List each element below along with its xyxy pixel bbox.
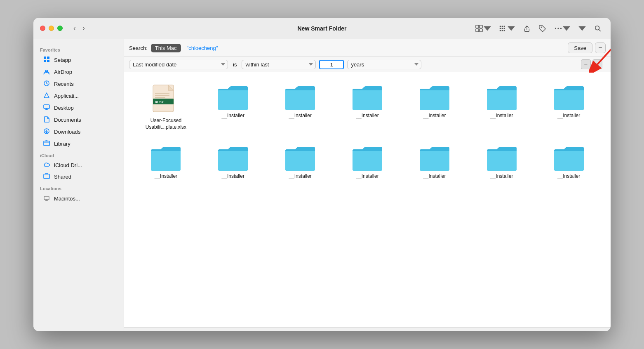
folder-name: __Installer <box>289 113 311 119</box>
downloads-label: Downloads <box>54 129 80 135</box>
list-item[interactable]: __Installer <box>334 80 401 133</box>
chevron-down-icon4 <box>578 25 586 32</box>
svg-rect-8 <box>502 28 503 29</box>
list-item[interactable]: __Installer <box>200 80 267 133</box>
svg-point-17 <box>595 26 599 30</box>
horizontal-scrollbar[interactable] <box>124 327 611 331</box>
share-icon <box>523 25 531 32</box>
svg-rect-4 <box>500 26 501 27</box>
desktop-icon <box>42 104 51 112</box>
sidebar-item-setapp[interactable]: Setapp <box>36 54 121 66</box>
folder-icon <box>149 144 182 172</box>
folder-name: __Installer <box>490 173 513 180</box>
attribute-select[interactable]: Last modified date <box>129 60 228 69</box>
share-button[interactable] <box>521 23 533 34</box>
list-item[interactable]: __Installer <box>468 141 535 182</box>
nav-buttons: ‹ › <box>71 23 87 33</box>
folder-icon <box>418 83 451 111</box>
folder-icon <box>216 144 249 172</box>
unit-select[interactable]: years <box>347 60 421 69</box>
sidebar-item-icloud-drive[interactable]: iCloud Dri... <box>36 160 121 171</box>
svg-rect-24 <box>44 105 49 108</box>
airdrop-icon <box>42 68 51 76</box>
more-button[interactable] <box>552 23 573 34</box>
search-button[interactable] <box>592 23 604 34</box>
icloud-drive-icon <box>42 162 51 169</box>
folder-name: __Installer <box>222 173 244 180</box>
svg-rect-6 <box>504 26 505 27</box>
finder-window: ‹ › New Smart Folder <box>33 18 611 331</box>
sidebar-item-macintosh[interactable]: Macintos... <box>36 193 121 205</box>
folder-icon <box>552 83 585 111</box>
list-item[interactable]: __Installer <box>267 80 334 133</box>
scope-chloecheng-button[interactable]: "chloecheng" <box>184 44 221 52</box>
view-grid-button[interactable] <box>473 23 494 34</box>
list-item[interactable]: __Installer <box>535 80 602 133</box>
svg-point-14 <box>555 28 556 29</box>
sidebar-item-applications[interactable]: Applicati... <box>36 90 121 102</box>
folder-icon <box>284 144 317 172</box>
folder-icon <box>216 83 249 111</box>
chevron-down-icon <box>484 25 491 32</box>
filter-is-label: is <box>231 61 238 68</box>
documents-icon <box>42 116 51 124</box>
setapp-label: Setapp <box>54 57 71 63</box>
traffic-lights <box>40 26 63 31</box>
sidebar: Favorites Setapp AirDrop Recents <box>33 39 124 331</box>
setapp-icon <box>42 56 51 64</box>
view-options-button[interactable] <box>497 23 517 34</box>
svg-point-16 <box>560 28 562 29</box>
main-panel: Search: This Mac "chloecheng" Save − Las… <box>124 39 611 331</box>
list-item[interactable]: __Installer <box>334 141 401 182</box>
list-item[interactable]: __Installer <box>401 141 468 182</box>
icloud-drive-label: iCloud Dri... <box>54 162 82 168</box>
maximize-button[interactable] <box>57 26 63 31</box>
svg-rect-26 <box>44 141 49 146</box>
minimize-button[interactable] <box>49 26 54 31</box>
shared-label: Shared <box>54 174 71 180</box>
locations-label: Locations <box>33 183 124 193</box>
folder-name: __Installer <box>155 173 177 180</box>
svg-line-30 <box>597 42 611 64</box>
forward-button[interactable]: › <box>80 23 87 33</box>
group-view-icon <box>499 25 507 32</box>
close-button[interactable] <box>40 26 45 31</box>
folder-icon <box>418 144 451 172</box>
sidebar-item-shared[interactable]: Shared <box>36 171 121 183</box>
search-bar: Search: This Mac "chloecheng" Save − <box>124 39 611 57</box>
condition-select[interactable]: within last <box>242 60 316 69</box>
list-item[interactable]: __Installer <box>200 141 267 182</box>
back-button[interactable]: ‹ <box>71 23 78 33</box>
more-icon <box>555 25 562 32</box>
content-area: Favorites Setapp AirDrop Recents <box>33 39 611 331</box>
list-item[interactable]: __Installer <box>132 141 200 182</box>
list-item[interactable]: __Installer <box>535 141 602 182</box>
svg-rect-0 <box>476 25 479 28</box>
scope-this-mac-button[interactable]: This Mac <box>151 44 181 52</box>
svg-rect-5 <box>502 26 503 27</box>
library-label: Library <box>54 141 71 147</box>
macintosh-label: Macintos... <box>54 196 80 202</box>
file-grid-container: XLSX User-FocusedUsabilit...plate.xlsx <box>124 72 611 327</box>
sidebar-item-airdrop[interactable]: AirDrop <box>36 66 121 78</box>
file-item-xlsx[interactable]: XLSX User-FocusedUsabilit...plate.xlsx <box>132 80 200 133</box>
tag-button[interactable] <box>536 23 549 34</box>
sidebar-item-documents[interactable]: Documents <box>36 114 121 126</box>
list-item[interactable]: __Installer <box>468 80 535 133</box>
desktop-label: Desktop <box>54 105 74 111</box>
svg-rect-10 <box>500 30 501 31</box>
sidebar-item-recents[interactable]: Recents <box>36 78 121 90</box>
library-icon <box>42 140 51 148</box>
filter-value-input[interactable] <box>319 60 344 69</box>
folder-icon <box>485 83 518 111</box>
list-item[interactable]: __Installer <box>267 141 334 182</box>
svg-rect-18 <box>44 57 46 59</box>
toolbar-actions <box>473 23 604 34</box>
sidebar-item-desktop[interactable]: Desktop <box>36 102 121 114</box>
chevron-button[interactable] <box>576 23 588 34</box>
list-item[interactable]: __Installer <box>401 80 468 133</box>
applications-icon <box>42 92 51 100</box>
titlebar: ‹ › New Smart Folder <box>33 18 611 39</box>
sidebar-item-library[interactable]: Library <box>36 138 121 150</box>
sidebar-item-downloads[interactable]: Downloads <box>36 126 121 138</box>
